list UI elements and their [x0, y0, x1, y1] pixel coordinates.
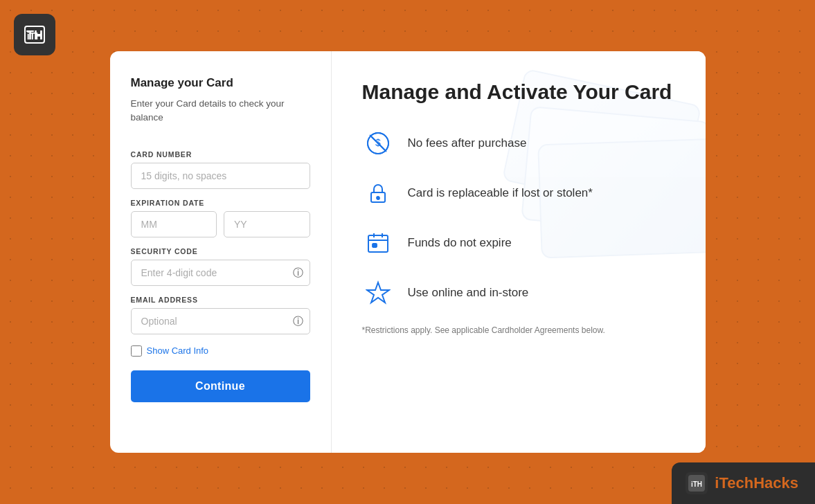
replaceable-text: Card is replaceable if lost or stolen*: [408, 186, 593, 200]
email-help-icon[interactable]: ⓘ: [293, 314, 303, 327]
feature-item-no-expire: Funds do not expire: [362, 227, 675, 259]
svg-point-12: [377, 197, 379, 199]
no-expire-text: Funds do not expire: [408, 236, 512, 250]
right-panel-title: Manage and Activate Your Card: [362, 79, 675, 105]
email-wrapper: ⓘ: [131, 308, 310, 334]
show-card-row: Show Card Info: [131, 345, 310, 357]
right-panel: Manage and Activate Your Card $ No fees …: [332, 51, 706, 453]
show-card-label[interactable]: Show Card Info: [147, 345, 209, 356]
feature-item-replaceable: Card is replaceable if lost or stolen*: [362, 177, 675, 209]
svg-text:iTH: iTH: [691, 480, 702, 488]
online-store-text: Use online and in-store: [408, 286, 529, 300]
security-code-wrapper: ⓘ: [131, 260, 310, 286]
star-icon: [362, 277, 394, 309]
svg-rect-13: [368, 235, 388, 252]
left-panel: Manage your Card Enter your Card details…: [110, 51, 332, 453]
right-footnote: *Restrictions apply. See applicable Card…: [362, 325, 675, 335]
svg-marker-18: [367, 282, 389, 303]
top-left-logo: TH iTH: [14, 14, 55, 55]
feature-list: $ No fees after purchase Card is repl: [362, 127, 675, 309]
no-fees-text: No fees after purchase: [408, 136, 527, 150]
security-code-input[interactable]: [131, 260, 310, 286]
bottom-brand: iTH iTechHacks: [672, 462, 815, 504]
no-fees-icon: $: [362, 127, 394, 159]
calendar-icon: [362, 227, 394, 259]
card-number-label: CARD NUMBER: [131, 150, 310, 159]
expiration-label: EXPIRATION DATE: [131, 199, 310, 207]
svg-rect-17: [373, 244, 377, 247]
continue-button[interactable]: Continue: [131, 370, 310, 402]
feature-item-online-store: Use online and in-store: [362, 277, 675, 309]
show-card-checkbox[interactable]: [131, 345, 142, 357]
card-number-input[interactable]: [131, 163, 310, 189]
email-input[interactable]: [131, 308, 310, 334]
feature-item-no-fees: $ No fees after purchase: [362, 127, 675, 159]
expiry-yy-input[interactable]: [224, 211, 310, 237]
security-code-label: SECURITY CODE: [131, 247, 310, 255]
brand-logo-icon: iTH: [686, 472, 708, 494]
expiry-mm-input[interactable]: [131, 211, 217, 237]
left-panel-subtitle: Enter your Card details to check your ba…: [131, 97, 310, 125]
security-code-help-icon[interactable]: ⓘ: [293, 266, 303, 279]
left-panel-title: Manage your Card: [131, 76, 310, 90]
brand-text: iTechHacks: [715, 474, 798, 492]
svg-text:iTH: iTH: [27, 30, 43, 42]
expiry-row: [131, 211, 310, 237]
main-card: Manage your Card Enter your Card details…: [110, 51, 706, 453]
email-label: EMAIL ADDRESS: [131, 296, 310, 304]
lock-icon: [362, 177, 394, 209]
